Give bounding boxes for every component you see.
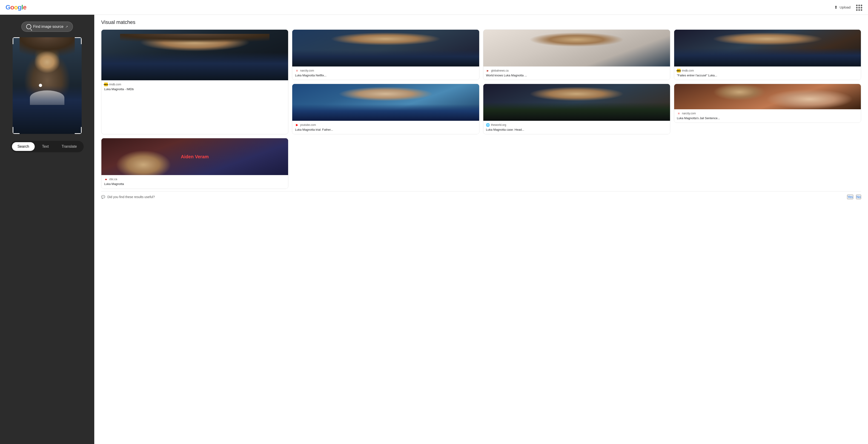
tabs-container: Search Text Translate [10, 141, 84, 152]
match-card-4[interactable]: IMDb imdb.com "Faites entrer l'accusé" L… [674, 29, 861, 80]
tab-text[interactable]: Text [36, 142, 54, 151]
source-row-6: 🌐 theworld.org [486, 123, 667, 127]
match-title-5: Luka Magnotta trial: Father... [295, 128, 476, 132]
find-image-source-button[interactable]: Find image source ↗ [21, 22, 73, 32]
upload-icon: ⬆ [834, 5, 838, 10]
uploaded-image-container [13, 37, 82, 134]
match-image-4 [674, 30, 861, 66]
external-link-icon: ↗ [65, 25, 68, 29]
tab-translate[interactable]: Translate [56, 142, 82, 151]
source-row-2: ≡ narcity.com [295, 69, 476, 72]
source-row-7: ≡ narcity.com [677, 112, 858, 115]
corner-marker-tr [75, 37, 82, 44]
source-name-4: imdb.com [682, 69, 694, 72]
match-info-7: ≡ narcity.com Luka Magnotta's Jail Sente… [674, 109, 861, 123]
narcity-favicon-1: ≡ [295, 69, 299, 72]
source-name-8: cbc.ca [109, 178, 117, 181]
feedback-no-button[interactable]: No [856, 195, 861, 199]
right-panel: Visual matches IMDb imdb.com Luka Magnot… [94, 15, 868, 444]
source-row-4: IMDb imdb.com [677, 69, 858, 72]
matches-grid: IMDb imdb.com Luka Magnotta - IMDb ≡ nar… [101, 29, 861, 189]
match-info-2: ≡ narcity.com Luka Magnotta Netflix... [292, 66, 479, 80]
find-image-label: Find image source [33, 25, 63, 29]
feedback-chat-icon: 💬 [101, 195, 105, 199]
header-left: Google [5, 4, 26, 11]
match-image-3 [483, 30, 670, 66]
feedback-left: 💬 Did you find these results useful? [101, 195, 155, 199]
source-name-5: youtube.com [300, 123, 316, 126]
corner-marker-tl [13, 37, 20, 44]
source-name-1: imdb.com [109, 83, 121, 86]
match-title-3: World knows Luka Magnotta ... [486, 73, 667, 78]
match-image-8: Aiden Veram [101, 138, 288, 175]
source-name-3: globalnews.ca [491, 69, 508, 72]
feedback-right: Yes No [847, 195, 861, 199]
upload-button[interactable]: ⬆ Upload [834, 5, 850, 10]
match-info-8: ● cbc.ca Luka Magnotta [101, 175, 288, 188]
match-info-5: ▶ youtube.com Luka Magnotta trial: Fathe… [292, 121, 479, 134]
match-image-6 [483, 84, 670, 121]
match-card-3[interactable]: ► globalnews.ca World knows Luka Magnott… [483, 29, 670, 80]
match-card-8[interactable]: Aiden Veram ● cbc.ca Luka Magnotta [101, 138, 288, 189]
match-card-7[interactable]: ≡ narcity.com Luka Magnotta's Jail Sente… [674, 84, 861, 123]
source-row-3: ► globalnews.ca [486, 69, 667, 72]
source-name-6: theworld.org [491, 123, 506, 126]
match-image-2 [292, 30, 479, 66]
feedback-question: Did you find these results useful? [107, 195, 155, 199]
apps-icon[interactable] [855, 4, 863, 11]
corner-marker-br [75, 127, 82, 134]
section-title: Visual matches [101, 19, 861, 25]
match-title-4: "Faites entrer l'accusé" Luka... [677, 73, 858, 78]
match-title-2: Luka Magnotta Netflix... [295, 73, 476, 78]
globalnews-favicon: ► [486, 69, 490, 72]
lens-icon [26, 24, 31, 29]
source-row-1: IMDb imdb.com [104, 83, 285, 86]
source-row-5: ▶ youtube.com [295, 123, 476, 127]
theworld-favicon: 🌐 [486, 123, 490, 127]
corner-marker-bl [13, 127, 20, 134]
header: Google ⬆ Upload [0, 0, 868, 15]
match-info-6: 🌐 theworld.org Luka Magnotta case: Head.… [483, 121, 670, 134]
match-image-7 [674, 84, 861, 109]
aiden-text: Aiden Veram [181, 154, 209, 159]
match-card-2[interactable]: ≡ narcity.com Luka Magnotta Netflix... [292, 29, 479, 80]
match-title-8: Luka Magnotta [104, 182, 285, 186]
match-card-6[interactable]: 🌐 theworld.org Luka Magnotta case: Head.… [483, 84, 670, 135]
match-image-1 [101, 30, 288, 80]
imdb-favicon-2: IMDb [677, 69, 681, 72]
main-layout: Find image source ↗ Search Text [0, 15, 868, 444]
upload-label: Upload [839, 5, 850, 9]
youtube-favicon: ▶ [295, 123, 299, 127]
feedback-bar: 💬 Did you find these results useful? Yes… [101, 191, 861, 202]
source-row-8: ● cbc.ca [104, 177, 285, 181]
match-info-3: ► globalnews.ca World knows Luka Magnott… [483, 66, 670, 80]
match-title-7: Luka Magnotta's Jail Sentence... [677, 116, 858, 120]
match-card-1[interactable]: IMDb imdb.com Luka Magnotta - IMDb [101, 29, 288, 135]
feedback-yes-button[interactable]: Yes [847, 195, 853, 199]
person-image [13, 37, 82, 134]
card-col-last: ≡ narcity.com Luka Magnotta's Jail Sente… [674, 84, 861, 135]
match-title-6: Luka Magnotta case: Head... [486, 128, 667, 132]
cbc-favicon: ● [104, 177, 108, 181]
focus-dot [39, 84, 42, 87]
header-right: ⬆ Upload [834, 4, 863, 11]
source-name-2: narcity.com [300, 69, 314, 72]
google-logo: Google [5, 4, 26, 11]
match-title-1: Luka Magnotta - IMDb [104, 87, 285, 91]
left-panel: Find image source ↗ Search Text [0, 15, 94, 444]
match-card-5[interactable]: ▶ youtube.com Luka Magnotta trial: Fathe… [292, 84, 479, 135]
imdb-favicon-1: IMDb [104, 83, 108, 86]
match-info-4: IMDb imdb.com "Faites entrer l'accusé" L… [674, 66, 861, 80]
match-info-1: IMDb imdb.com Luka Magnotta - IMDb [101, 80, 288, 94]
source-name-7: narcity.com [682, 112, 696, 115]
match-image-5 [292, 84, 479, 121]
white-collar [30, 90, 64, 105]
tab-search[interactable]: Search [12, 142, 35, 151]
narcity-favicon-2: ≡ [677, 112, 681, 115]
